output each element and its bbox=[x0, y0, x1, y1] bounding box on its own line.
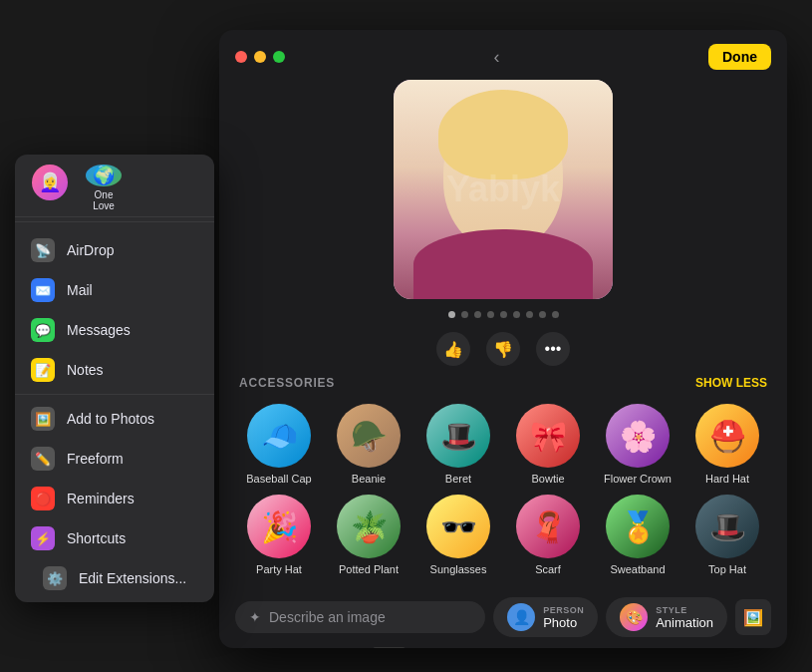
menu-item-airdrop[interactable]: 📡 AirDrop bbox=[15, 230, 214, 270]
style-value: Animation bbox=[656, 615, 713, 630]
accessory-sunglasses[interactable]: 🕶️ Sunglasses bbox=[418, 495, 498, 575]
portrait-bg bbox=[394, 80, 613, 299]
menu-item-edit-extensions[interactable]: ⚙️ Edit Extensions... bbox=[15, 558, 214, 598]
menu-icon-messages: 💬 bbox=[31, 318, 55, 342]
menu-label-mail: Mail bbox=[67, 282, 93, 298]
thumbs-up-button[interactable]: 👍 bbox=[436, 332, 470, 366]
traffic-lights bbox=[235, 51, 285, 63]
action-buttons: 👍 👎 ••• bbox=[436, 332, 570, 366]
pagination-dot[interactable] bbox=[539, 311, 546, 318]
show-less-button[interactable]: SHOW LESS bbox=[695, 376, 767, 390]
contact-avatar-2[interactable]: 🌍 One Love bbox=[83, 165, 125, 206]
accessory-label-sweatband: Sweatband bbox=[610, 563, 665, 575]
menu-item-messages[interactable]: 💬 Messages bbox=[15, 310, 214, 350]
pagination-dot[interactable] bbox=[513, 311, 520, 318]
menu-item-notes[interactable]: 📝 Notes bbox=[15, 350, 214, 390]
contact-avatar-1[interactable]: 👩‍🦳 bbox=[29, 165, 71, 206]
accessory-flower-crown[interactable]: 🌸 Flower Crown bbox=[598, 404, 677, 485]
image-area: Yablyk 👍 👎 ••• bbox=[219, 70, 787, 376]
accessory-label-flower-crown: Flower Crown bbox=[604, 473, 672, 485]
accessory-icon-top-hat: 🎩 bbox=[695, 495, 759, 558]
accessories-section: ACCESSORIES SHOW LESS 🧢 Baseball Cap 🪖 B… bbox=[219, 376, 787, 575]
beta-notice: BETA Image Playground may create unexpec… bbox=[219, 645, 787, 648]
person-mode-pill[interactable]: 👤 PERSON Photo bbox=[493, 597, 598, 637]
accessory-scarf[interactable]: 🧣 Scarf bbox=[508, 495, 588, 575]
menu-item-freeform[interactable]: ✏️ Freeform bbox=[15, 439, 214, 479]
thumbs-down-button[interactable]: 👎 bbox=[486, 332, 520, 366]
menu-label-add-to-photos: Add to Photos bbox=[67, 411, 154, 427]
menu-icon-airdrop: 📡 bbox=[31, 238, 55, 262]
accessory-hard-hat[interactable]: ⛑️ Hard Hat bbox=[687, 404, 767, 485]
menu-label-edit-extensions: Edit Extensions... bbox=[79, 570, 186, 586]
describe-placeholder: Describe an image bbox=[269, 609, 386, 625]
pagination-dot[interactable] bbox=[487, 311, 494, 318]
accessory-icon-sunglasses: 🕶️ bbox=[426, 495, 490, 558]
accessory-label-beanie: Beanie bbox=[352, 473, 386, 485]
title-bar: ‹ Done bbox=[219, 30, 787, 70]
beta-badge: BETA bbox=[373, 647, 406, 648]
accessory-beret[interactable]: 🎩 Beret bbox=[418, 404, 498, 485]
main-window: ‹ Done Yablyk 👍 bbox=[219, 30, 787, 648]
menu-item-add-to-photos[interactable]: 🖼️ Add to Photos bbox=[15, 399, 214, 439]
sparkle-icon: ✦ bbox=[249, 609, 261, 625]
close-button[interactable] bbox=[235, 51, 247, 63]
describe-input-wrapper[interactable]: ✦ Describe an image bbox=[235, 601, 485, 633]
back-arrow[interactable]: ‹ bbox=[494, 47, 500, 68]
accessory-label-potted-plant: Potted Plant bbox=[339, 563, 399, 575]
done-button[interactable]: Done bbox=[708, 44, 771, 70]
accessory-label-top-hat: Top Hat bbox=[708, 563, 746, 575]
bottom-bar: ✦ Describe an image 👤 PERSON Photo 🎨 STY… bbox=[219, 585, 787, 645]
menu-icon-shortcuts: ⚡ bbox=[31, 526, 55, 550]
accessory-sweatband[interactable]: 🏅 Sweatband bbox=[598, 495, 677, 575]
accessory-potted-plant[interactable]: 🪴 Potted Plant bbox=[329, 495, 408, 575]
pagination-dots bbox=[448, 311, 559, 318]
pagination-dot[interactable] bbox=[461, 311, 468, 318]
accessories-header: ACCESSORIES SHOW LESS bbox=[239, 376, 767, 390]
minimize-button[interactable] bbox=[254, 51, 266, 63]
accessory-icon-baseball-cap: 🧢 bbox=[247, 404, 311, 468]
more-options-button[interactable]: ••• bbox=[536, 332, 570, 366]
menu-item-shortcuts[interactable]: ⚡ Shortcuts bbox=[15, 518, 214, 558]
accessory-beanie[interactable]: 🪖 Beanie bbox=[329, 404, 408, 485]
menu-icon-add-to-photos: 🖼️ bbox=[31, 407, 55, 431]
accessory-label-beret: Beret bbox=[445, 473, 471, 485]
menu-label-reminders: Reminders bbox=[67, 491, 135, 506]
portrait-figure bbox=[394, 80, 613, 299]
pagination-dot[interactable] bbox=[474, 311, 481, 318]
accessory-label-bowtie: Bowtie bbox=[531, 473, 564, 485]
separator-1 bbox=[15, 221, 214, 222]
contact-image-1: 👩‍🦳 bbox=[32, 165, 68, 200]
accessory-top-hat[interactable]: 🎩 Top Hat bbox=[687, 495, 767, 575]
menu-label-notes: Notes bbox=[67, 362, 104, 378]
accessory-icon-bowtie: 🎀 bbox=[516, 404, 580, 468]
style-mode-pill[interactable]: 🎨 STYLE Animation bbox=[606, 597, 727, 637]
portrait-shoulders bbox=[413, 229, 593, 299]
share-menu-items: 📡 AirDrop ✉️ Mail 💬 Messages 📝 Notes bbox=[15, 226, 214, 602]
pagination-dot[interactable] bbox=[552, 311, 559, 318]
accessory-icon-potted-plant: 🪴 bbox=[337, 495, 401, 558]
pagination-dot[interactable] bbox=[500, 311, 507, 318]
menu-item-mail[interactable]: ✉️ Mail bbox=[15, 270, 214, 310]
pagination-dot[interactable] bbox=[526, 311, 533, 318]
share-contacts: 👩‍🦳 🌍 One Love bbox=[15, 155, 214, 217]
accessory-label-scarf: Scarf bbox=[535, 563, 561, 575]
accessory-icon-hard-hat: ⛑️ bbox=[695, 404, 759, 468]
menu-label-airdrop: AirDrop bbox=[67, 242, 114, 258]
image-picker-button[interactable]: 🖼️ bbox=[735, 599, 771, 635]
accessory-baseball-cap[interactable]: 🧢 Baseball Cap bbox=[239, 404, 319, 485]
style-label: STYLE bbox=[656, 605, 713, 615]
maximize-button[interactable] bbox=[273, 51, 285, 63]
person-icon: 👤 bbox=[507, 603, 535, 631]
portrait-container: Yablyk bbox=[394, 80, 613, 299]
contact-image-2: 🌍 bbox=[86, 165, 122, 186]
accessory-bowtie[interactable]: 🎀 Bowtie bbox=[508, 404, 588, 485]
accessory-label-hard-hat: Hard Hat bbox=[705, 473, 749, 485]
menu-item-reminders[interactable]: 🔴 Reminders bbox=[15, 479, 214, 518]
menu-icon-notes: 📝 bbox=[31, 358, 55, 382]
accessory-party-hat[interactable]: 🎉 Party Hat bbox=[239, 495, 319, 575]
style-icon: 🎨 bbox=[620, 603, 648, 631]
portrait-hair bbox=[438, 90, 568, 179]
pagination-dot[interactable] bbox=[448, 311, 455, 318]
person-mode-text: PERSON Photo bbox=[543, 605, 584, 630]
contact-name-2: One Love bbox=[83, 189, 125, 211]
